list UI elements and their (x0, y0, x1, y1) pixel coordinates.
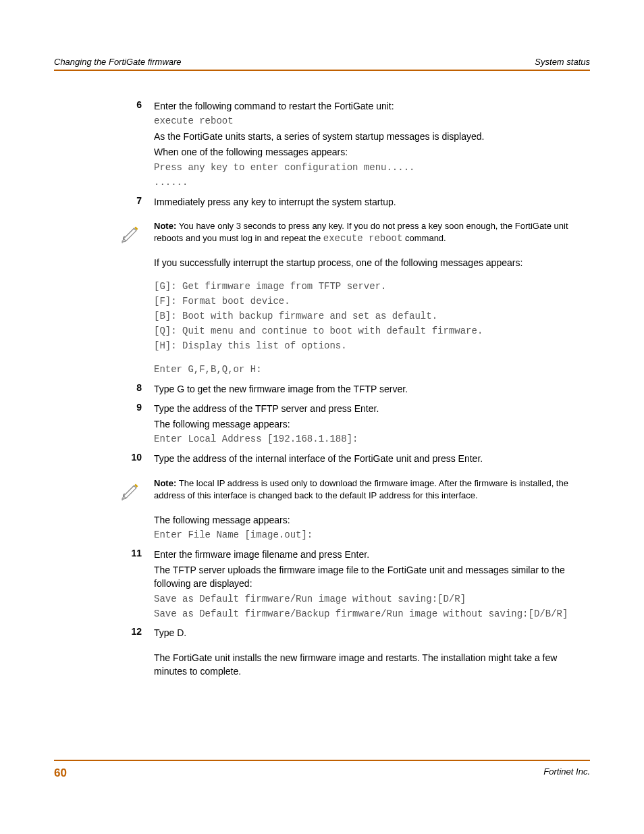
text-line: Type D. (154, 626, 590, 640)
inline-code: execute reboot (323, 233, 403, 244)
code-line: [B]: Boot with backup firmware and set a… (154, 310, 590, 323)
step-number: 11 (130, 548, 154, 623)
text-line: Immediately press any key to interrupt t… (154, 195, 590, 209)
step-body: If you successfully interrupt the startu… (154, 256, 590, 378)
header-left: Changing the FortiGate firmware (54, 57, 182, 67)
code-line: Enter File Name [image.out]: (154, 529, 590, 542)
company-name: Fortinet Inc. (543, 766, 590, 780)
page-header: Changing the FortiGate firmware System s… (54, 57, 590, 71)
text-line: The following message appears: (154, 417, 590, 431)
text-line: Type the address of the TFTP server and … (154, 402, 590, 415)
code-line: Save as Default firmware/Run image witho… (154, 593, 590, 606)
text-line: The FortiGate unit installs the new firm… (154, 651, 590, 679)
step-body: Type D. The FortiGate unit installs the … (154, 626, 590, 680)
header-right: System status (535, 57, 590, 67)
step-body: Type the address of the internal interfa… (154, 452, 590, 467)
step-body: Enter the firmware image filename and pr… (154, 548, 590, 623)
step-8: 8 Type G to get the new firmware image f… (154, 382, 590, 398)
text-line: Type G to get the new firmware image fro… (154, 382, 590, 396)
text-line: Type the address of the internal interfa… (154, 452, 590, 465)
code-line: ...... (154, 176, 590, 189)
text-line: Enter the following command to restart t… (154, 99, 590, 113)
step-11: 11 Enter the firmware image filename and… (154, 548, 590, 623)
step-number: 7 (130, 195, 154, 211)
note-body-text: command. (402, 233, 446, 243)
code-line: Enter Local Address [192.168.1.188]: (154, 433, 590, 446)
code-line: Save as Default firmware/Backup firmware… (154, 608, 590, 621)
note-label: Note: (154, 221, 179, 231)
code-line: [Q]: Quit menu and continue to boot with… (154, 325, 590, 338)
pencil-note-icon (120, 220, 154, 246)
text-line: When one of the following messages appea… (154, 145, 590, 159)
note-body-text: The local IP address is used only to dow… (154, 478, 568, 500)
step-12: 12 Type D. The FortiGate unit installs t… (154, 626, 590, 680)
note-block: Note: The local IP address is used only … (120, 477, 590, 504)
note-text: Note: You have only 3 seconds to press a… (154, 220, 590, 245)
text-line: As the FortiGate units starts, a series … (154, 130, 590, 143)
note-label: Note: (154, 478, 179, 488)
step-10: 10 Type the address of the internal inte… (154, 452, 590, 467)
page-footer: 60 Fortinet Inc. (54, 760, 590, 780)
text-line: The TFTP server uploads the firmware ima… (154, 563, 590, 591)
step-6: 6 Enter the following command to restart… (154, 99, 590, 191)
code-line: execute reboot (154, 115, 590, 128)
note-text: Note: The local IP address is used only … (154, 477, 590, 502)
text-line: Enter the firmware image filename and pr… (154, 548, 590, 561)
main-content: 6 Enter the following command to restart… (54, 99, 590, 680)
code-line: Enter G,F,B,Q,or H: (154, 363, 590, 376)
continuation-block: If you successfully interrupt the startu… (154, 256, 590, 378)
pencil-note-icon (120, 477, 154, 504)
text-line: The following message appears: (154, 513, 590, 527)
step-7: 7 Immediately press any key to interrupt… (154, 195, 590, 211)
page-number: 60 (54, 766, 67, 780)
step-9: 9 Type the address of the TFTP server an… (154, 402, 590, 448)
code-line: [F]: Format boot device. (154, 295, 590, 308)
text-line: If you successfully interrupt the startu… (154, 256, 590, 269)
code-line: Press any key to enter configuration men… (154, 161, 590, 174)
step-number: 12 (130, 626, 154, 680)
code-line: [H]: Display this list of options. (154, 340, 590, 353)
step-body: Type G to get the new firmware image fro… (154, 382, 590, 398)
step-number: 6 (130, 99, 154, 191)
step-number: 10 (130, 452, 154, 467)
step-body: Immediately press any key to interrupt t… (154, 195, 590, 211)
code-line: [G]: Get firmware image from TFTP server… (154, 280, 590, 293)
step-body: The following message appears: Enter Fil… (154, 513, 590, 544)
step-body: Type the address of the TFTP server and … (154, 402, 590, 448)
step-number: 9 (130, 402, 154, 448)
note-block: Note: You have only 3 seconds to press a… (120, 220, 590, 246)
step-number: 8 (130, 382, 154, 398)
step-body: Enter the following command to restart t… (154, 99, 590, 191)
continuation-block: The following message appears: Enter Fil… (154, 513, 590, 544)
